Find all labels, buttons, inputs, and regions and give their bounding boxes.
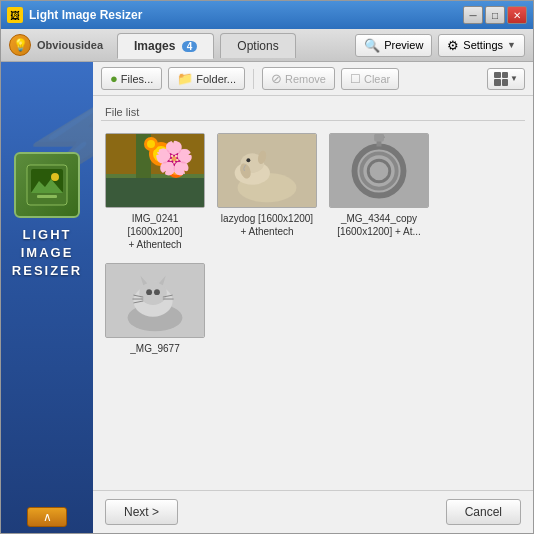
rope-image <box>330 134 428 207</box>
file-name: _MG_9677 <box>130 342 179 355</box>
settings-dropdown-arrow: ▼ <box>507 40 516 50</box>
folder-icon: 📁 <box>177 71 193 86</box>
tab-images[interactable]: Images 4 <box>117 33 214 59</box>
svg-rect-6 <box>106 134 204 174</box>
thumbnail <box>329 133 429 208</box>
flower-image <box>106 134 204 207</box>
logo-image-icon <box>25 163 69 207</box>
title-bar: 🖼 Light Image Resizer ─ □ ✕ <box>1 1 533 29</box>
sidebar-logo-box <box>14 152 80 218</box>
files-button[interactable]: ● Files... <box>101 67 162 90</box>
svg-point-10 <box>167 160 185 178</box>
maximize-button[interactable]: □ <box>485 6 505 24</box>
images-count-badge: 4 <box>182 41 198 52</box>
settings-button[interactable]: ⚙ Settings ▼ <box>438 34 525 57</box>
file-grid: IMG_0241[1600x1200]+ Athentech <box>101 129 525 359</box>
minimize-button[interactable]: ─ <box>463 6 483 24</box>
file-name: _MG_4344_copy [1600x1200] + At... <box>329 212 429 238</box>
svg-point-18 <box>246 158 250 162</box>
clear-button[interactable]: ☐ Clear <box>341 68 399 90</box>
window-title: Light Image Resizer <box>29 8 463 22</box>
preview-icon: 🔍 <box>364 38 380 53</box>
close-button[interactable]: ✕ <box>507 6 527 24</box>
toolbar-separator-1 <box>253 69 254 89</box>
folder-button[interactable]: 📁 Folder... <box>168 67 245 90</box>
list-item[interactable]: lazydog [1600x1200] + Athentech <box>217 133 317 251</box>
add-files-icon: ● <box>110 71 118 86</box>
svg-point-34 <box>146 289 152 295</box>
list-item[interactable]: _MG_9677 <box>105 263 205 355</box>
branding-bar: 💡 Obviousidea Images 4 Options 🔍 Preview… <box>1 29 533 62</box>
window-icon: 🖼 <box>7 7 23 23</box>
toolbar: ● Files... 📁 Folder... ⊘ Remove ☐ Clear <box>93 62 533 96</box>
window-controls: ─ □ ✕ <box>463 6 527 24</box>
settings-icon: ⚙ <box>447 38 459 53</box>
clear-icon: ☐ <box>350 72 361 86</box>
sidebar-brand-text: LIGHT IMAGE RESIZER <box>12 226 82 281</box>
main-window: 🖼 Light Image Resizer ─ □ ✕ 💡 Obviouside… <box>0 0 534 534</box>
svg-point-11 <box>170 163 182 175</box>
main-content: ⚡ LIGHT IMAGE RESIZER <box>1 62 533 533</box>
svg-point-9 <box>153 146 169 162</box>
sidebar: ⚡ LIGHT IMAGE RESIZER <box>1 62 93 533</box>
file-name: IMG_0241[1600x1200]+ Athentech <box>127 212 182 251</box>
cancel-button[interactable]: Cancel <box>446 499 521 525</box>
svg-point-35 <box>154 289 160 295</box>
svg-point-13 <box>147 140 155 148</box>
sidebar-content: LIGHT IMAGE RESIZER ∧ <box>1 72 93 533</box>
obviousidea-logo: 💡 <box>9 34 31 56</box>
svg-rect-4 <box>37 195 57 198</box>
cat-image <box>106 264 204 337</box>
sidebar-arrow-button[interactable]: ∧ <box>27 507 67 527</box>
bottom-bar: Next > Cancel <box>93 490 533 533</box>
right-panel: ● Files... 📁 Folder... ⊘ Remove ☐ Clear <box>93 62 533 533</box>
grid-view-icon <box>494 72 508 86</box>
view-dropdown-arrow: ▼ <box>510 74 518 83</box>
remove-icon: ⊘ <box>271 71 282 86</box>
obviousidea-label: Obviousidea <box>37 39 103 51</box>
list-item[interactable]: _MG_4344_copy [1600x1200] + At... <box>329 133 429 251</box>
next-button[interactable]: Next > <box>105 499 178 525</box>
remove-button[interactable]: ⊘ Remove <box>262 67 335 90</box>
dog-image <box>218 134 316 207</box>
file-list-container: File list <box>93 96 533 490</box>
view-toggle-button[interactable]: ▼ <box>487 68 525 90</box>
preview-button[interactable]: 🔍 Preview <box>355 34 432 57</box>
thumbnail <box>105 263 205 338</box>
tab-options[interactable]: Options <box>220 33 295 58</box>
thumbnail <box>217 133 317 208</box>
svg-point-3 <box>51 173 59 181</box>
list-item[interactable]: IMG_0241[1600x1200]+ Athentech <box>105 133 205 251</box>
file-name: lazydog [1600x1200] + Athentech <box>217 212 317 238</box>
file-list-label: File list <box>101 104 525 121</box>
svg-rect-27 <box>374 134 384 142</box>
thumbnail <box>105 133 205 208</box>
